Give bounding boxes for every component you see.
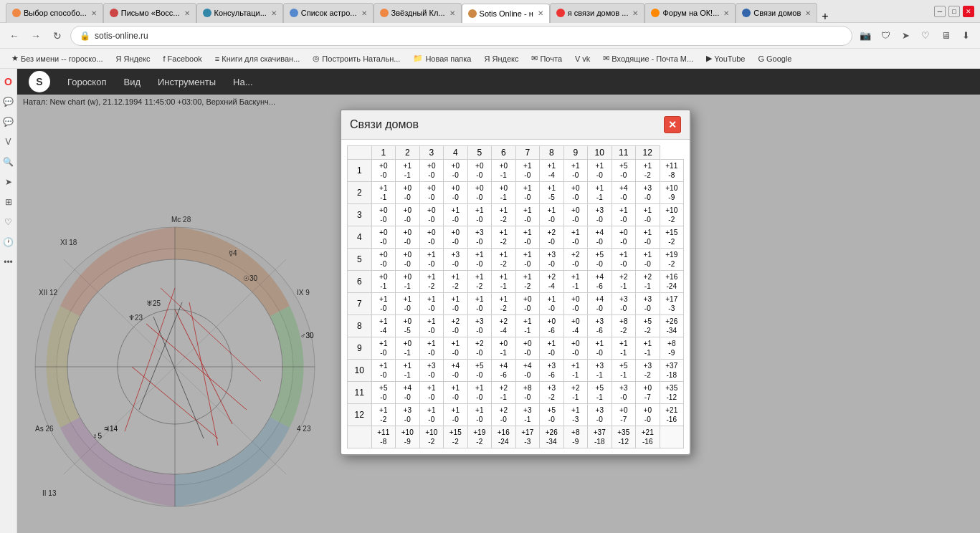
table-row: 10+1-0+1-1+3-0+4-0+5-0+4-6+4-0+3-6+1-1+3… [348, 360, 684, 382]
nav-view[interactable]: Вид [123, 77, 141, 87]
browser-tab-tab5[interactable]: Звёздный Кл...✕ [374, 3, 462, 23]
window-controls: ─ □ ✕ [934, 6, 974, 17]
bookmark-item[interactable]: fFacebook [157, 53, 207, 64]
browser-tab-tab8[interactable]: Форум на ОК!...✕ [644, 3, 736, 23]
browser-tab-tab2[interactable]: Письмо «Восс...✕ [103, 3, 196, 23]
bookmark-item[interactable]: ≡Книги для скачиван... [209, 53, 306, 64]
cell-plus: +3 [446, 250, 465, 259]
history-icon[interactable]: 🕐 [1, 235, 16, 249]
bookmark-item[interactable]: ◎Построить Натальн... [307, 52, 406, 64]
cell-plus: +17 [662, 294, 682, 304]
tab-close-icon[interactable]: ✕ [184, 9, 190, 17]
bookmark-item[interactable]: ЯЯндекс [479, 53, 525, 64]
search-icon[interactable]: 🔍 [1, 155, 16, 169]
table-cell: +3-0 [612, 382, 636, 404]
opera-logo[interactable]: O [1, 75, 16, 89]
cell-plus: +1 [398, 161, 417, 171]
bookmark-item[interactable]: ★Без имени -- гороско... [6, 52, 109, 64]
nav-instruments[interactable]: Инструменты [158, 77, 216, 87]
table-cell: +15-2 [660, 226, 684, 249]
favorites-icon[interactable]: ♡ [1, 215, 16, 229]
vk-icon[interactable]: V [1, 135, 16, 149]
cell-minus: -2 [518, 282, 538, 291]
whatsapp-icon[interactable]: 💬 [1, 115, 16, 129]
cell-plus: +1 [374, 317, 394, 326]
bookmark-item[interactable]: ▶YouTube [700, 52, 751, 64]
cell-plus: +0 [446, 183, 465, 193]
cell-minus: -1 [494, 348, 513, 357]
maximize-button[interactable]: □ [948, 6, 960, 17]
cell-plus: +3 [638, 183, 657, 193]
cell-minus: -0 [446, 393, 465, 402]
cell-minus: -0 [470, 193, 490, 202]
bookmark-item[interactable]: 📁Новая папка [407, 52, 477, 64]
tab-close-icon[interactable]: ✕ [632, 9, 638, 17]
tab-close-icon[interactable]: ✕ [723, 9, 729, 17]
tab-close-icon[interactable]: ✕ [538, 9, 543, 17]
cell-plus: +3 [614, 383, 634, 393]
browser-tab-tab9[interactable]: Связи домов✕ [736, 3, 817, 23]
cell-plus: +3 [638, 294, 657, 304]
modal-body[interactable]: 123456789101112 1+0-0+1-1+0-0+0-0+0-0+0-… [341, 140, 690, 454]
refresh-button[interactable]: ↻ [49, 27, 66, 44]
close-button[interactable]: ✕ [963, 6, 974, 17]
heart-icon[interactable]: ♡ [917, 27, 934, 44]
new-tab-button[interactable]: + [817, 10, 832, 23]
table-cell: +3-0 [636, 182, 660, 204]
bookmark-item[interactable]: GGoogle [752, 53, 797, 64]
browser-tab-tab7[interactable]: я связи домов ...✕ [550, 3, 645, 23]
tab-close-icon[interactable]: ✕ [271, 9, 277, 17]
cell-plus: +10 [662, 183, 682, 193]
bookmark-icon: ✉ [531, 54, 538, 63]
cell-minus: -1 [566, 370, 586, 380]
tab-close-icon[interactable]: ✕ [361, 9, 367, 17]
display-icon[interactable]: 🖥 [937, 27, 954, 44]
cell-plus: +1 [422, 250, 442, 259]
cell-minus: -1 [614, 348, 634, 357]
messages-icon[interactable]: 💬 [1, 95, 16, 109]
table-cell: +1-0 [612, 204, 636, 226]
back-button[interactable]: ← [6, 27, 23, 44]
row-header-9: 9 [348, 337, 372, 360]
navigate-icon[interactable]: ➤ [1, 175, 16, 189]
cell-minus: -0 [470, 370, 490, 380]
cell-plus: +0 [398, 339, 417, 348]
cell-minus: -0 [398, 193, 417, 202]
modal-close-button[interactable]: ✕ [664, 116, 681, 133]
table-cell: +1-0 [419, 337, 444, 360]
shield-icon[interactable]: 🛡 [877, 27, 894, 44]
bookmark-item[interactable]: ЯЯндекс [110, 53, 156, 64]
url-bar[interactable]: 🔒 sotis-online.ru [70, 26, 852, 46]
cell-minus: -0 [422, 237, 442, 246]
browser-tab-tab1[interactable]: Выбор способо...✕ [6, 3, 103, 23]
browser-tab-tab4[interactable]: Список астро...✕ [283, 3, 374, 23]
tab-close-icon[interactable]: ✕ [449, 9, 455, 17]
nav-more[interactable]: На... [233, 77, 252, 87]
more-icon[interactable]: ••• [1, 255, 16, 269]
cell-minus: -4 [374, 326, 394, 335]
cell-plus: +1 [422, 405, 442, 415]
send-icon[interactable]: ➤ [897, 27, 914, 44]
tab-label: Связи домов [753, 9, 801, 17]
cell-minus: -0 [566, 259, 586, 269]
cell-plus: +21 [638, 428, 657, 437]
browser-tab-tab3[interactable]: Консультаци...✕ [196, 3, 283, 23]
tab-close-icon[interactable]: ✕ [91, 9, 97, 17]
forward-button[interactable]: → [27, 27, 44, 44]
tab-close-icon[interactable]: ✕ [805, 9, 811, 17]
bookmark-item[interactable]: ✉Почта [525, 52, 568, 64]
bookmark-item[interactable]: Vvk [569, 53, 596, 64]
table-cell: +1-0 [540, 293, 564, 315]
nav-horoscope[interactable]: Гороскоп [67, 77, 106, 87]
bookmark-icon: Я [485, 54, 490, 63]
apps-icon[interactable]: ⊞ [1, 195, 16, 209]
bookmark-item[interactable]: ✉Входящие - Почта М... [597, 52, 699, 64]
download-icon[interactable]: ⬇ [957, 27, 974, 44]
table-cell: +3-0 [396, 404, 420, 426]
cell-plus: +1 [422, 383, 442, 393]
minimize-button[interactable]: ─ [934, 6, 946, 17]
browser-tab-tab6[interactable]: Sotis Online - н✕ [462, 4, 550, 23]
camera-icon[interactable]: 📷 [857, 27, 874, 44]
table-cell: +1-0 [612, 249, 636, 271]
cell-minus: -2 [422, 282, 442, 291]
